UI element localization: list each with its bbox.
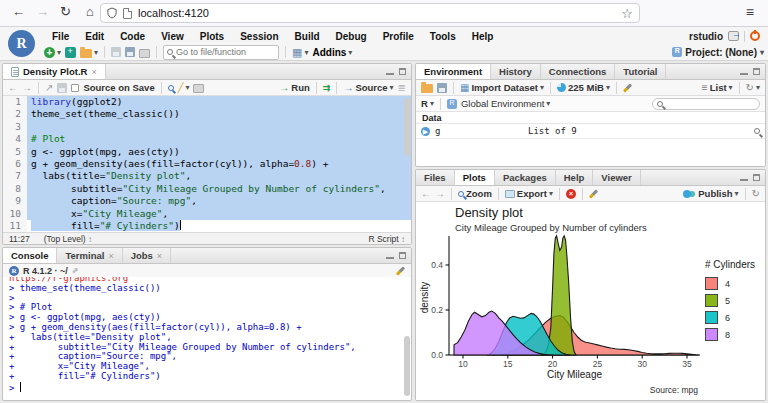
save-all-icon[interactable]: [125, 47, 135, 57]
maximize-pane-icon[interactable]: [753, 174, 760, 181]
minimize-pane-icon[interactable]: [386, 68, 394, 75]
code-line[interactable]: 6g + geom_density(aes(fill=factor(cyl)),…: [3, 158, 411, 170]
source-on-save-checkbox[interactable]: [71, 84, 79, 92]
doc-type-selector[interactable]: R Script ↕: [368, 234, 405, 244]
tab-files[interactable]: Files: [416, 170, 455, 185]
menu-view[interactable]: View: [153, 31, 192, 42]
code-line[interactable]: 5g <- ggplot(mpg, aes(cty)): [3, 146, 411, 158]
code-line[interactable]: 4# Plot: [3, 133, 411, 145]
working-dir-link-icon[interactable]: ⇗: [72, 266, 79, 275]
compile-report-icon[interactable]: [193, 84, 204, 93]
inspect-object-icon[interactable]: [754, 128, 760, 134]
quit-session-icon[interactable]: [750, 31, 760, 41]
goto-file-box[interactable]: [163, 45, 279, 60]
menu-build[interactable]: Build: [287, 31, 328, 42]
tab-tutorial[interactable]: Tutorial: [615, 64, 666, 79]
menu-tools[interactable]: Tools: [422, 31, 464, 42]
code-line[interactable]: 1library(ggplot2): [3, 96, 411, 108]
code-line[interactable]: 8 subtitle="City Mileage Grouped by Numb…: [3, 183, 411, 195]
minimize-pane-icon[interactable]: [740, 68, 748, 75]
home-icon[interactable]: ⌂: [86, 4, 94, 19]
refresh-button[interactable]: ↻▾: [746, 82, 760, 93]
tab-viewer[interactable]: Viewer: [593, 170, 640, 185]
environment-search-box[interactable]: [652, 98, 760, 110]
goto-file-input[interactable]: [176, 47, 266, 57]
url-bar[interactable]: localhost:4120 ☆: [100, 3, 640, 23]
print-icon[interactable]: [139, 49, 150, 58]
panes-layout-button[interactable]: ▦▾: [292, 47, 308, 57]
back-icon[interactable]: ←: [8, 82, 18, 93]
remove-plot-icon[interactable]: ×: [566, 189, 576, 199]
tab-environment[interactable]: Environment: [416, 64, 491, 79]
code-line[interactable]: 10 x="City Mileage",: [3, 208, 411, 220]
import-dataset-button[interactable]: ▦Import Dataset▾: [460, 82, 544, 93]
save-icon[interactable]: [111, 47, 121, 57]
list-view-button[interactable]: ≡List▾: [702, 82, 733, 93]
environment-object-row[interactable]: ▶ g List of 9: [416, 124, 765, 139]
rerun-icon[interactable]: ⇉: [323, 83, 331, 93]
menu-code[interactable]: Code: [112, 31, 153, 42]
tab-terminal[interactable]: Terminal×: [57, 248, 122, 263]
environment-search-input[interactable]: [666, 99, 754, 109]
close-tab-icon[interactable]: ×: [157, 251, 162, 261]
menu-debug[interactable]: Debug: [328, 31, 375, 42]
browser-menu-icon[interactable]: ≡: [746, 4, 754, 20]
environment-selector[interactable]: Global Environment▾: [461, 98, 550, 109]
tab-console[interactable]: Console: [3, 248, 57, 263]
tab-jobs[interactable]: Jobs×: [123, 248, 171, 263]
maximize-pane-icon[interactable]: [399, 68, 406, 75]
publish-button[interactable]: Publish▾: [683, 188, 738, 199]
new-project-icon[interactable]: [65, 47, 76, 58]
expand-object-icon[interactable]: ▶: [421, 127, 430, 136]
clear-objects-icon[interactable]: [623, 83, 632, 92]
refresh-plot-icon[interactable]: ↻: [752, 188, 760, 199]
menu-edit[interactable]: Edit: [77, 31, 112, 42]
console-scrollbar[interactable]: [404, 336, 410, 396]
shield-icon[interactable]: [107, 7, 117, 19]
minimize-pane-icon[interactable]: [386, 252, 394, 259]
menu-session[interactable]: Session: [232, 31, 286, 42]
code-line[interactable]: 3: [3, 121, 411, 133]
maximize-pane-icon[interactable]: [399, 252, 406, 259]
export-button[interactable]: Export▾: [505, 188, 553, 199]
addins-button[interactable]: Addins▾: [312, 47, 352, 58]
tab-help[interactable]: Help: [556, 170, 594, 185]
close-tab-icon[interactable]: ×: [108, 251, 113, 261]
code-editor[interactable]: 1library(ggplot2)2theme_set(theme_classi…: [3, 96, 411, 232]
bookmark-star-icon[interactable]: ☆: [621, 6, 633, 21]
forward-icon[interactable]: →: [22, 82, 32, 93]
save-icon[interactable]: [57, 83, 67, 93]
clear-console-icon[interactable]: [396, 266, 405, 275]
close-tab-icon[interactable]: ×: [91, 67, 96, 77]
open-file-button[interactable]: ▾: [80, 47, 98, 58]
code-line[interactable]: 9 caption="Source: mpg",: [3, 195, 411, 207]
tab-history[interactable]: History: [491, 64, 541, 79]
project-menu[interactable]: Project: (None) ▾: [672, 47, 764, 58]
load-workspace-icon[interactable]: [421, 84, 433, 93]
forward-icon[interactable]: →: [36, 4, 49, 19]
reload-icon[interactable]: ↻: [60, 4, 71, 19]
previous-plot-icon[interactable]: ←: [421, 188, 431, 199]
back-icon[interactable]: ←: [12, 4, 25, 19]
zoom-button[interactable]: Zoom: [458, 188, 492, 199]
editor-scrollbar[interactable]: [404, 98, 410, 156]
run-button[interactable]: →Run: [279, 82, 309, 93]
popout-icon[interactable]: ↗: [45, 82, 53, 93]
save-workspace-icon[interactable]: [437, 83, 447, 93]
minimize-pane-icon[interactable]: [740, 174, 748, 181]
code-tools-button[interactable]: ╱▾: [178, 82, 190, 93]
code-line[interactable]: 2theme_set(theme_classic()): [3, 108, 411, 120]
tab-packages[interactable]: Packages: [495, 170, 556, 185]
menu-file[interactable]: File: [44, 31, 77, 42]
menu-plots[interactable]: Plots: [192, 31, 232, 42]
language-selector[interactable]: R▾: [421, 98, 434, 109]
menu-profile[interactable]: Profile: [375, 31, 422, 42]
clear-all-plots-icon[interactable]: [589, 189, 598, 198]
url-text[interactable]: localhost:4120: [138, 7, 615, 19]
code-line[interactable]: 11 fill="# Cylinders"): [3, 220, 411, 232]
maximize-pane-icon[interactable]: [753, 68, 760, 75]
document-outline-icon[interactable]: ≣: [398, 82, 406, 93]
menu-help[interactable]: Help: [464, 31, 502, 42]
source-button[interactable]: →Source▾: [343, 82, 393, 93]
find-replace-icon[interactable]: [168, 85, 174, 91]
